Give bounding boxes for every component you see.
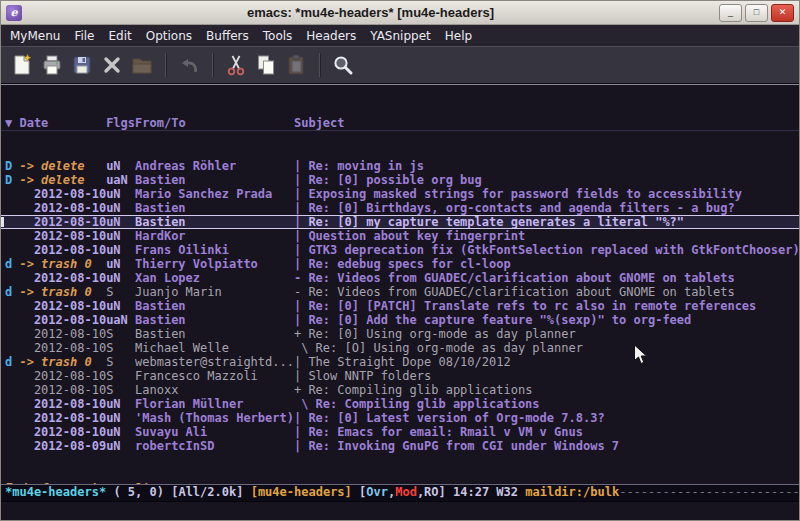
column-header-from[interactable]: From/To bbox=[135, 115, 294, 130]
message-subject: Slow NNTP folders bbox=[308, 369, 799, 383]
table-row[interactable]: 2012-08-10uNFlorian Müllner\Re: Compilin… bbox=[1, 397, 799, 411]
emacs-window: e emacs: *mu4e-headers* [mu4e-headers] _… bbox=[0, 0, 800, 521]
table-row[interactable]: 2012-08-10SBastien+Re: [0] Using org-mod… bbox=[1, 327, 799, 341]
search-icon[interactable] bbox=[328, 50, 358, 80]
message-date: 2012-08-10 bbox=[19, 425, 106, 439]
menu-tools[interactable]: Tools bbox=[256, 25, 300, 46]
thread-separator: | bbox=[294, 229, 308, 243]
message-flags: uN bbox=[106, 159, 135, 173]
table-row[interactable]: d-> trash 0Swebmaster@straightd...|The S… bbox=[1, 355, 799, 369]
menu-mymenu[interactable]: MyMenu bbox=[3, 25, 67, 46]
table-row[interactable]: D-> deleteuNAndreas Röhler|Re: moving in… bbox=[1, 159, 799, 173]
message-from: Bastien bbox=[135, 173, 294, 187]
modeline-folder: maildir:/bulk bbox=[525, 485, 619, 499]
message-mark: d bbox=[5, 285, 19, 299]
table-row[interactable]: D-> deleteuaNBastien|Re: [0] possible or… bbox=[1, 173, 799, 187]
message-mark: D bbox=[5, 173, 19, 187]
thread-separator: - bbox=[294, 285, 308, 299]
modeline[interactable]: *mu4e-headers* ( 5, 0) [All/2.0k] [mu4e-… bbox=[1, 484, 799, 502]
message-subject: Re: Emacs for email: Rmail v VM v Gnus bbox=[308, 425, 799, 439]
table-row[interactable]: 2012-08-10uNBastien|Re: [0] [PATCH] Tran… bbox=[1, 299, 799, 313]
thread-separator: - bbox=[294, 271, 308, 285]
thread-separator: | bbox=[294, 439, 308, 453]
message-action: -> delete bbox=[19, 159, 106, 173]
close-button[interactable]: ✕ bbox=[771, 4, 794, 22]
message-flags: uaN bbox=[106, 313, 135, 327]
menu-buffers[interactable]: Buffers bbox=[199, 25, 256, 46]
thread-separator: | bbox=[294, 187, 308, 201]
menu-edit[interactable]: Edit bbox=[102, 25, 139, 46]
message-from: Xan Lopez bbox=[135, 271, 294, 285]
menu-yasnippet[interactable]: YASnippet bbox=[363, 25, 438, 46]
table-row[interactable]: 2012-08-10uN'Mash (Thomas Herbert)|Re: [… bbox=[1, 411, 799, 425]
echo-area[interactable] bbox=[1, 502, 799, 520]
table-row[interactable]: 2012-08-09uNrobertcInSD|Re: Invoking Gnu… bbox=[1, 439, 799, 453]
message-flags: uN bbox=[106, 411, 135, 425]
table-row[interactable]: 2012-08-10uNBastien|Re: [0] Birthdays, o… bbox=[1, 201, 799, 215]
titlebar[interactable]: e emacs: *mu4e-headers* [mu4e-headers] _… bbox=[1, 1, 799, 25]
message-from: 'Mash (Thomas Herbert) bbox=[135, 411, 294, 425]
message-action: -> delete bbox=[19, 173, 106, 187]
message-subject: GTK3 deprecation fix (GtkFontSelection r… bbox=[308, 243, 799, 257]
thread-separator: | bbox=[294, 216, 308, 228]
cut-icon[interactable] bbox=[221, 50, 251, 80]
message-mark bbox=[5, 216, 19, 228]
message-from: webmaster@straightd... bbox=[135, 355, 294, 369]
table-row[interactable]: d-> trash 0uNThierry Volpiatto|Re: edebu… bbox=[1, 257, 799, 271]
table-row[interactable]: 2012-08-10uaNBastien|Re: [0] Add the cap… bbox=[1, 313, 799, 327]
message-mark bbox=[5, 327, 19, 341]
message-subject: Re: [0] my capture template generates a … bbox=[308, 216, 799, 228]
menu-headers[interactable]: Headers bbox=[299, 25, 363, 46]
table-row[interactable]: 2012-08-10uNFrans Oilinki|GTK3 deprecati… bbox=[1, 243, 799, 257]
message-subject: Re: Compiling glib applications bbox=[308, 383, 799, 397]
text-cursor bbox=[1, 217, 4, 227]
menu-file[interactable]: File bbox=[67, 25, 101, 46]
minimize-button[interactable]: _ bbox=[719, 4, 742, 22]
table-row[interactable]: 2012-08-10SLanoxx+Re: Compiling glib app… bbox=[1, 383, 799, 397]
print-icon[interactable] bbox=[37, 50, 67, 80]
table-row[interactable]: 2012-08-10SFrancesco Mazzoli|Slow NNTP f… bbox=[1, 369, 799, 383]
table-row[interactable]: 2012-08-10uNHardKor|Question about key f… bbox=[1, 229, 799, 243]
table-row[interactable]: 2012-08-10uNSuvayu Ali|Re: Emacs for ema… bbox=[1, 425, 799, 439]
end-of-search-results: End of search results bbox=[1, 481, 799, 484]
column-header-subject[interactable]: Subject bbox=[294, 115, 799, 130]
message-flags: S bbox=[106, 327, 135, 341]
modeline-mod: Mod bbox=[395, 485, 417, 499]
message-mark: D bbox=[5, 159, 19, 173]
paste-icon bbox=[281, 50, 311, 80]
message-from: Lanoxx bbox=[135, 383, 294, 397]
message-mark bbox=[5, 271, 19, 285]
close-icon[interactable] bbox=[97, 50, 127, 80]
menu-help[interactable]: Help bbox=[438, 25, 479, 46]
message-subject: Re: [O] Using org-mode as day planner bbox=[316, 341, 799, 355]
message-flags: uN bbox=[106, 187, 135, 201]
emacs-frame-body: ▼ Date Flgs From/To Subject D-> deleteuN… bbox=[1, 84, 799, 520]
mu4e-headers-buffer[interactable]: ▼ Date Flgs From/To Subject D-> deleteuN… bbox=[1, 84, 799, 484]
table-row[interactable]: 2012-08-10SMichael Welle\Re: [O] Using o… bbox=[1, 341, 799, 355]
message-subject: Re: Videos from GUADEC/clarification abo… bbox=[308, 271, 799, 285]
message-mark: d bbox=[5, 355, 19, 369]
table-row-current[interactable]: 2012-08-10uNBastien|Re: [0] my capture t… bbox=[1, 215, 799, 229]
copy-icon[interactable] bbox=[251, 50, 281, 80]
message-flags: uN bbox=[106, 216, 135, 228]
window-title: emacs: *mu4e-headers* [mu4e-headers] bbox=[26, 5, 715, 20]
menu-options[interactable]: Options bbox=[139, 25, 199, 46]
message-flags: uaN bbox=[106, 173, 135, 187]
column-header-date[interactable]: ▼ Date bbox=[5, 115, 106, 130]
table-row[interactable]: 2012-08-10uNMario Sanchez Prada|Exposing… bbox=[1, 187, 799, 201]
message-date: 2012-08-10 bbox=[19, 341, 106, 355]
maximize-button[interactable]: □ bbox=[745, 4, 768, 22]
message-date: 2012-08-10 bbox=[19, 299, 106, 313]
modeline-dashes: ----------------------------------------… bbox=[619, 485, 799, 499]
message-subject: Re: Invoking GnuPG from CGI under Window… bbox=[308, 439, 799, 453]
toolbar-separator bbox=[319, 53, 320, 77]
column-header-flags[interactable]: Flgs bbox=[106, 115, 135, 130]
message-from: Francesco Mazzoli bbox=[135, 369, 294, 383]
modeline-buffer-name: *mu4e-headers* bbox=[5, 485, 106, 499]
message-from: Juanjo Marin bbox=[135, 285, 294, 299]
table-row[interactable]: d-> trash 0SJuanjo Marin-Re: Videos from… bbox=[1, 285, 799, 299]
save-icon[interactable] bbox=[67, 50, 97, 80]
new-file-icon[interactable] bbox=[7, 50, 37, 80]
message-date: 2012-08-10 bbox=[19, 313, 106, 327]
table-row[interactable]: 2012-08-10uNXan Lopez-Re: Videos from GU… bbox=[1, 271, 799, 285]
